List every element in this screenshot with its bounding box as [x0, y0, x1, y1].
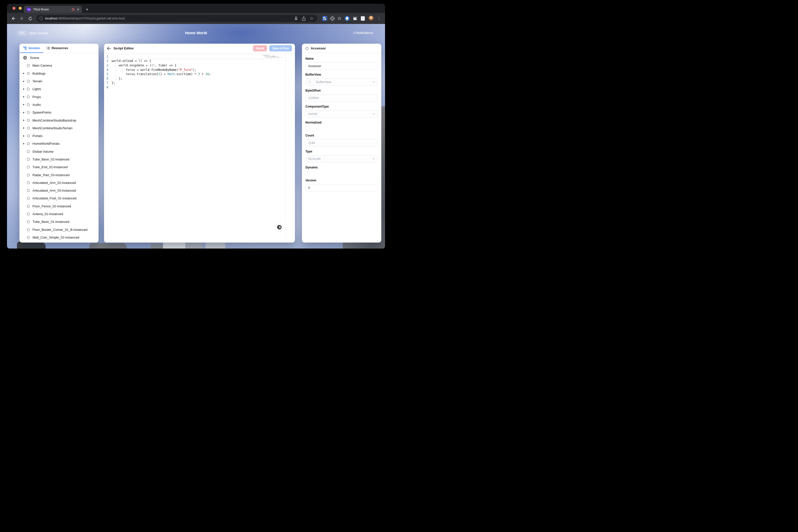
- field-label-dynamic: Dynamic: [305, 166, 378, 169]
- bookmark-star-icon[interactable]: ☆: [310, 17, 313, 20]
- tree-item-articulated-arm-02-instanced[interactable]: Articulated_Arm_02-instanced: [19, 179, 99, 187]
- reload-button[interactable]: [27, 15, 34, 22]
- tree-item-tube-end-02-instanced[interactable]: Tube_End_02-instanced: [19, 163, 99, 171]
- reset-button[interactable]: Reset: [253, 45, 267, 52]
- resources-list-icon: [46, 46, 50, 50]
- caret-icon[interactable]: [23, 143, 27, 145]
- field-label-type: Type: [305, 150, 378, 153]
- share-icon[interactable]: [302, 17, 306, 21]
- count-input[interactable]: 2184: [305, 139, 378, 147]
- tree-item-lights[interactable]: Lights: [19, 85, 99, 93]
- diamond-extension-icon[interactable]: [329, 16, 335, 21]
- dynamic-checkbox[interactable]: [305, 171, 310, 175]
- caret-icon[interactable]: [23, 73, 27, 74]
- docs-extension-icon[interactable]: [345, 16, 349, 21]
- node-circle-icon: [27, 189, 30, 192]
- back-button[interactable]: [10, 15, 17, 22]
- line-number: 1: [104, 55, 112, 58]
- tree-item-global-volume[interactable]: Global Volume: [19, 148, 99, 155]
- password-manager-extension-icon[interactable]: [322, 16, 327, 21]
- caret-icon[interactable]: [23, 104, 27, 105]
- tree-item-meshcombinestudioterrain[interactable]: MeshCombineStudioTerrain: [19, 124, 99, 132]
- tree-item-audio[interactable]: Audio: [19, 101, 99, 109]
- componenttype-select[interactable]: Uint16: [305, 110, 378, 117]
- url-bar[interactable]: i localhost:3000/world/!vjrzmTVOcyIsLgaA…: [36, 15, 318, 22]
- tree-item-main-camera[interactable]: Main Camera: [19, 62, 99, 69]
- line-number: 8: [104, 86, 112, 89]
- code-line-6[interactable]: 6 };: [104, 76, 295, 81]
- byteoffset-input[interactable]: 120504: [305, 94, 378, 101]
- tree-item-meshcombinestudiobackdrop[interactable]: MeshCombineStudioBackdrop: [19, 116, 99, 124]
- type-select[interactable]: SCALAR: [305, 155, 378, 163]
- caret-icon[interactable]: [23, 81, 27, 82]
- node-circle-icon: [308, 81, 311, 83]
- tree-item-floor-fence-02-instanced[interactable]: Floor_Fence_02-instanced: [19, 202, 99, 210]
- caret-icon[interactable]: [23, 112, 27, 113]
- caret-icon[interactable]: [23, 96, 27, 98]
- tree-item-tube-base-02-instanced[interactable]: Tube_Base_02-instanced: [19, 155, 99, 163]
- tab-close-icon[interactable]: ✕: [77, 8, 79, 11]
- caret-icon[interactable]: [23, 119, 27, 121]
- code-editor[interactable]: 12world.onload = () => {3 world.onupdate…: [104, 53, 295, 242]
- extensions-puzzle-icon[interactable]: [353, 16, 358, 21]
- code-minimap[interactable]: world.onload = () => { world.onupdate = …: [262, 55, 279, 59]
- tree-item-tube-base-01-instanced[interactable]: Tube_Base_01-instanced: [19, 218, 99, 226]
- tree-item-label: Scene: [30, 56, 39, 60]
- code-line-4[interactable]: 4 torus = world.findNodeByName("P_Turn")…: [104, 68, 295, 72]
- script-editor-title: Script Editor: [114, 46, 134, 50]
- node-circle-icon: [305, 47, 308, 50]
- browser-tab[interactable]: Third Room ✕: [24, 6, 82, 13]
- name-input[interactable]: Accessor: [305, 62, 378, 70]
- bufferview-select[interactable]: BufferView: [305, 78, 378, 86]
- tree-item-buildings[interactable]: Buildings: [19, 70, 99, 77]
- tree-item-articulated-arm-03-instanced[interactable]: Articulated_Arm_03-instanced: [19, 187, 99, 194]
- url-text: localhost:3000/world/!vjrzmTVOcyIsLgaAkA…: [45, 17, 125, 20]
- page-info-icon[interactable]: i: [39, 17, 43, 20]
- tree-item-terrain[interactable]: Terrain: [19, 77, 99, 85]
- inspector-title: Accessor: [311, 46, 326, 50]
- tree-item-scene-root[interactable]: Scene: [19, 54, 99, 62]
- profile-avatar[interactable]: [368, 16, 374, 21]
- traffic-light-close[interactable]: [13, 7, 16, 10]
- back-arrow-icon[interactable]: [107, 47, 111, 50]
- tree-item-radar-part-03-instanced[interactable]: Radar_Part_03-instanced: [19, 171, 99, 179]
- forward-button[interactable]: [18, 15, 25, 22]
- tree-item-antena-01-instanced[interactable]: Antena_01-instanced: [19, 210, 99, 218]
- tree-item-spawnpoints[interactable]: SpawnPoints: [19, 109, 99, 116]
- tree-item-articulated-foot-01-instanced[interactable]: Articulated_Foot_01-instanced: [19, 194, 99, 202]
- code-line-3[interactable]: 3 world.onupdate = (dt, time) => {: [104, 63, 295, 68]
- node-circle-icon: [27, 236, 30, 239]
- notifications-status[interactable]: 0 Notifications: [353, 31, 373, 35]
- caret-icon[interactable]: [23, 127, 27, 129]
- caret-icon[interactable]: [23, 135, 27, 137]
- save-and-run-button[interactable]: Save & Run: [269, 45, 292, 52]
- tree-item-portals[interactable]: Portals: [19, 132, 99, 140]
- recycle-extension-icon[interactable]: ♻: [338, 17, 341, 21]
- hud-top-bar: ESC Open Overlay Home World 0 Notificati…: [7, 30, 385, 38]
- code-line-5[interactable]: 5 torus.translation[1] = Math.sin(time) …: [104, 72, 295, 76]
- node-circle-icon: [27, 88, 30, 90]
- normalized-checkbox[interactable]: [305, 126, 310, 131]
- code-line-2[interactable]: 2world.onload = () => {: [104, 59, 295, 63]
- browser-tab-strip: Third Room ✕ +: [7, 4, 385, 13]
- tree-item-props[interactable]: Props: [19, 93, 99, 100]
- field-name: NameAccessor: [305, 57, 378, 70]
- code-line-8[interactable]: 8: [104, 85, 295, 90]
- microphone-icon[interactable]: [294, 17, 298, 21]
- tree-item-label: Articulated_Foot_01-instanced: [33, 196, 76, 200]
- sidebar-toggle-icon[interactable]: [361, 16, 365, 21]
- tree-item-homeworldportals[interactable]: HomeWorldPortals: [19, 140, 99, 148]
- code-text: };: [112, 81, 115, 84]
- tree-item-wall-coin-simple-02-instanced[interactable]: Wall_Coin_Simple_02-instanced: [19, 233, 99, 241]
- traffic-light-minimize[interactable]: [19, 7, 22, 10]
- tree-item-floor-border-corner-01-b-instanced[interactable]: Floor_Border_Corner_01_B-instanced: [19, 226, 99, 233]
- version-input[interactable]: 0: [305, 184, 378, 191]
- tab-resources[interactable]: Resources: [43, 44, 71, 53]
- caret-icon[interactable]: [23, 88, 27, 90]
- left-panel-tabs: Scenes Resources: [19, 44, 99, 53]
- menu-dots-icon[interactable]: ⋮: [377, 16, 381, 21]
- new-tab-button[interactable]: +: [86, 7, 88, 12]
- contrast-toggle-button[interactable]: [275, 223, 283, 231]
- tab-scenes[interactable]: Scenes: [20, 44, 43, 53]
- code-line-7[interactable]: 7};: [104, 81, 295, 86]
